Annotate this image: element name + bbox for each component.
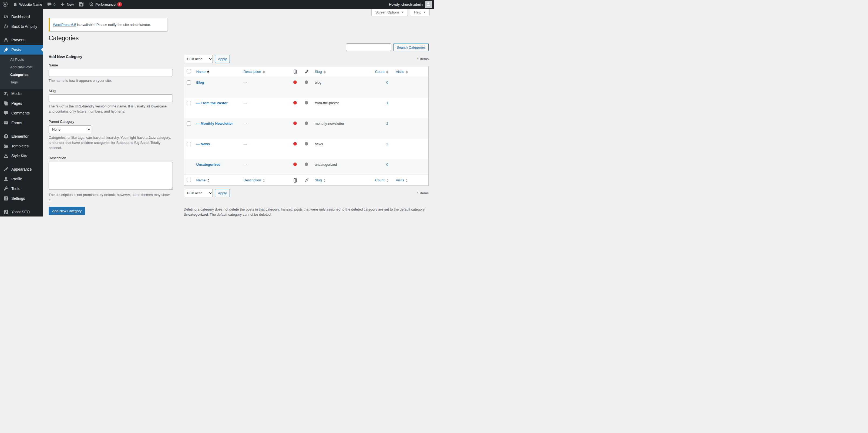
category-description: — [241, 77, 289, 98]
new-content-menu[interactable]: New [58, 0, 76, 9]
sort-name-link[interactable]: Name [196, 70, 206, 74]
category-name-link[interactable]: Uncategorized [196, 163, 221, 167]
category-count-link[interactable]: 0 [386, 80, 388, 85]
category-description: — [241, 98, 289, 118]
wordpress-menu[interactable]: W [0, 0, 10, 9]
sidebar-item-settings[interactable]: Settings [0, 194, 43, 203]
sort-arrows-icon [386, 70, 389, 74]
posts-submenu: All PostsAdd New PostCategoriesTags [0, 55, 43, 89]
bulk-actions-select-top[interactable]: Bulk actions [184, 55, 213, 63]
sidebar-item-label: Yoast SEO [11, 209, 30, 214]
category-description-textarea[interactable] [49, 162, 173, 190]
select-all-checkbox[interactable] [187, 69, 191, 73]
chevron-down-icon [424, 11, 426, 13]
parent-category-label: Parent Category [49, 120, 173, 124]
category-name-link[interactable]: — News [196, 142, 210, 146]
sidebar-subitem-all-posts[interactable]: All Posts [0, 56, 43, 63]
select-all-checkbox[interactable] [187, 178, 191, 182]
row-checkbox[interactable] [187, 122, 191, 126]
category-visits [393, 77, 429, 98]
category-visits [393, 159, 429, 175]
sort-count-link[interactable]: Count [375, 70, 384, 74]
sidebar-item-tools[interactable]: Tools [0, 184, 43, 194]
howdy-account-link[interactable]: Howdy, church-admin [389, 2, 423, 6]
sort-visits-link[interactable]: Visits [396, 70, 404, 74]
seo-score-icon [293, 69, 298, 74]
gauge-icon [3, 14, 9, 20]
sidebar-item-pages[interactable]: Pages [0, 99, 43, 108]
category-name-link[interactable]: — Monthly Newsletter [196, 122, 233, 126]
sidebar-item-forms[interactable]: Forms [0, 118, 43, 128]
brush-icon [3, 167, 9, 172]
sidebar-item-back-to-amplify[interactable]: Back to Amplify [0, 22, 43, 31]
sort-visits-link[interactable]: Visits [396, 178, 404, 182]
svg-text:y: y [5, 210, 7, 214]
site-name-link[interactable]: Website Name [10, 0, 44, 9]
parent-category-select[interactable]: None [49, 125, 91, 133]
apply-button-top[interactable]: Apply [215, 55, 230, 63]
row-checkbox[interactable] [187, 101, 191, 105]
yoast-seo-menu[interactable]: y [76, 0, 86, 9]
sidebar-subitem-tags[interactable]: Tags [0, 78, 43, 86]
delete-category-note: Deleting a category does not delete the … [184, 207, 427, 216]
sort-description-link[interactable]: Description [244, 70, 261, 74]
media-icon [3, 91, 9, 96]
sidebar-item-comments[interactable]: Comments [0, 108, 43, 118]
row-checkbox[interactable] [187, 80, 191, 85]
prayer-hands-icon [3, 37, 9, 43]
sidebar-item-label: Tools [11, 186, 20, 191]
user-icon [3, 176, 9, 182]
bulk-actions-select-bottom[interactable]: Bulk actions [184, 189, 213, 197]
update-notice-text: is available! Please notify the site adm… [76, 23, 151, 27]
sidebar-item-label: Prayers [11, 37, 24, 42]
add-new-category-button[interactable]: Add New Category [49, 207, 85, 215]
categories-table: NameDescriptionSlugCountVisits Blog—blog… [184, 66, 429, 186]
sidebar-item-profile[interactable]: Profile [0, 174, 43, 184]
apply-button-bottom[interactable]: Apply [215, 189, 230, 197]
sort-arrows-icon [263, 70, 265, 74]
add-category-panel: Add New Category Name The name is how it… [49, 43, 173, 216]
category-count-link[interactable]: 2 [386, 142, 388, 146]
sidebar-item-posts[interactable]: Posts [0, 45, 43, 55]
wordpress-update-link[interactable]: WordPress 6.5 [53, 23, 76, 27]
category-name-link[interactable]: Blog [196, 80, 204, 85]
sort-name-link[interactable]: Name [196, 178, 206, 182]
sidebar-subitem-categories[interactable]: Categories [0, 71, 43, 78]
search-categories-button[interactable]: Search Categories [394, 43, 429, 51]
seo-score-dot [293, 80, 297, 84]
sidebar-item-style-kits[interactable]: Style Kits [0, 151, 43, 161]
comments-shortcut[interactable]: 0 [44, 0, 58, 9]
sidebar-item-yoast-seo[interactable]: yYoast SEO [0, 207, 43, 216]
category-name-link[interactable]: — From the Pastor [196, 101, 228, 105]
search-box: Search Categories [184, 43, 429, 51]
sidebar-item-appearance[interactable]: Appearance [0, 164, 43, 174]
sort-slug-link[interactable]: Slug [315, 178, 322, 182]
sort-slug-link[interactable]: Slug [315, 70, 322, 74]
sidebar-item-elementor[interactable]: Elementor [0, 131, 43, 141]
wordpress-logo-icon: W [2, 2, 8, 7]
category-slug-input[interactable] [49, 95, 173, 102]
row-checkbox[interactable] [187, 142, 191, 146]
performance-menu[interactable]: Performance 2 [86, 0, 124, 9]
sidebar-item-label: Media [11, 91, 22, 96]
help-button[interactable]: Help [410, 9, 430, 16]
screen-options-button[interactable]: Screen Options [371, 9, 408, 16]
sidebar-item-templates[interactable]: Templates [0, 141, 43, 151]
sidebar-item-media[interactable]: Media [0, 89, 43, 99]
sort-description-link[interactable]: Description [244, 178, 261, 182]
avatar[interactable] [425, 1, 432, 8]
category-count-link[interactable]: 0 [386, 163, 388, 167]
site-name-label: Website Name [19, 2, 42, 6]
comment-icon [3, 110, 9, 116]
slug-label: Slug [49, 89, 173, 93]
sidebar-subitem-add-new-post[interactable]: Add New Post [0, 63, 43, 71]
search-categories-input[interactable] [346, 43, 391, 51]
sidebar-item-dashboard[interactable]: Dashboard [0, 12, 43, 22]
sidebar-item-prayers[interactable]: Prayers [0, 35, 43, 45]
page-content: Screen Options Help WordPress 6.5 is ava… [43, 9, 434, 216]
sort-count-link[interactable]: Count [375, 178, 384, 182]
cube-icon [89, 2, 94, 7]
category-count-link[interactable]: 1 [386, 101, 388, 105]
category-name-input[interactable] [49, 69, 173, 76]
category-count-link[interactable]: 2 [386, 122, 388, 126]
